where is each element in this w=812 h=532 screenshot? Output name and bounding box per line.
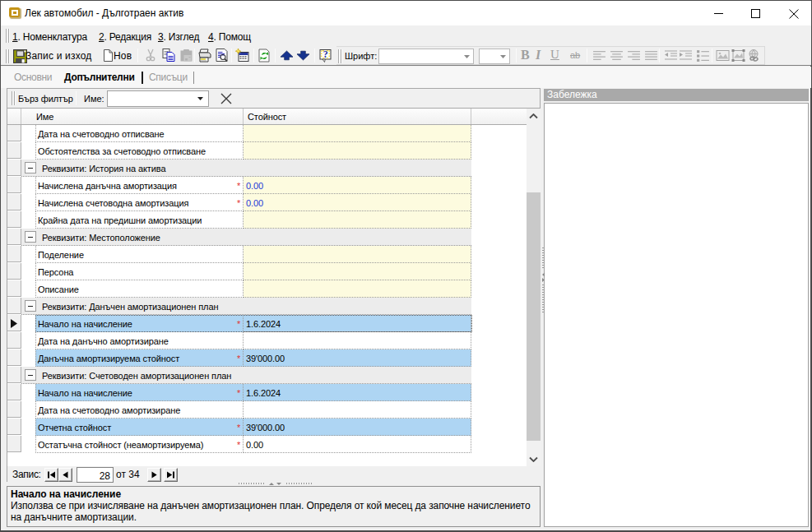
svg-text:?: ? (323, 49, 328, 60)
